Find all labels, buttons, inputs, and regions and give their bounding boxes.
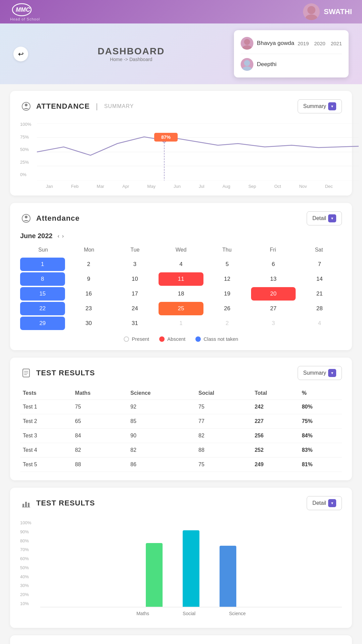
cal-day-26[interactable]: 27 — [251, 302, 296, 315]
bar-x-social: Social — [183, 611, 195, 616]
weekday-sun: Sun — [20, 245, 66, 255]
dropdown-user2-row: Deepthi — [241, 56, 342, 73]
cal-day-31[interactable]: 1 — [159, 317, 203, 330]
cal-day-15[interactable]: 16 — [66, 287, 111, 301]
x-aug: Aug — [223, 184, 230, 189]
attendance-detail-dropdown-label: Detail — [312, 215, 326, 221]
back-button[interactable]: ↩ — [13, 47, 28, 61]
cal-day-17[interactable]: 18 — [159, 287, 203, 301]
test-results-summary-dropdown[interactable]: Summary ▾ — [298, 366, 342, 380]
col-social: Social — [196, 387, 252, 400]
attendance-summary-dropdown[interactable]: Summary ▾ — [298, 99, 342, 113]
cal-day-27[interactable]: 28 — [297, 302, 342, 315]
cal-day-33[interactable]: 3 — [251, 317, 296, 330]
cal-day-4[interactable]: 5 — [205, 258, 250, 271]
cell-2-5: 84% — [299, 429, 342, 443]
attendance-detail-title-text: Attendance — [36, 214, 80, 223]
cal-day-1[interactable]: 2 — [66, 258, 111, 271]
cal-day-7[interactable]: 8 — [20, 272, 65, 286]
bar-y-70: 70% — [20, 547, 31, 552]
svg-point-5 — [242, 45, 252, 50]
bar-social-fill — [183, 530, 199, 607]
cal-day-12[interactable]: 13 — [251, 272, 296, 286]
cell-4-3: 75 — [196, 458, 252, 472]
test-results-detail-dropdown[interactable]: Detail ▾ — [307, 496, 342, 510]
chevron-down-icon: ▾ — [328, 369, 336, 377]
cal-day-2[interactable]: 3 — [112, 258, 157, 271]
x-sep: Sep — [248, 184, 256, 189]
cal-day-16[interactable]: 17 — [112, 287, 157, 301]
cell-3-3: 88 — [196, 443, 252, 458]
cal-day-23[interactable]: 24 — [112, 302, 157, 315]
table-header-row: Tests Maths Science Social Total % — [20, 387, 342, 400]
cell-2-2: 90 — [128, 429, 196, 443]
cal-day-8[interactable]: 9 — [66, 272, 111, 286]
cal-day-32[interactable]: 2 — [205, 317, 250, 330]
legend-absent-dot — [159, 336, 165, 342]
cal-day-3[interactable]: 4 — [159, 258, 203, 271]
attendance-line-chart: 87% — [37, 123, 359, 180]
col-pct: % — [299, 387, 342, 400]
cell-3-0: Test 4 — [20, 443, 72, 458]
calendar-month-title: June 2022 — [20, 232, 53, 240]
chevron-down-icon: ▾ — [328, 102, 336, 110]
svg-point-2 — [307, 6, 315, 14]
test-results-summary-card: TEST RESULTS Summary ▾ Tests Maths Scien… — [10, 358, 352, 480]
cell-4-0: Test 5 — [20, 458, 72, 472]
cal-day-34[interactable]: 4 — [297, 317, 342, 330]
cal-day-18[interactable]: 19 — [205, 287, 250, 301]
svg-point-4 — [244, 39, 250, 45]
cal-day-29[interactable]: 30 — [66, 317, 111, 330]
cal-day-9[interactable]: 10 — [112, 272, 157, 286]
cal-day-24[interactable]: 25 — [159, 302, 203, 315]
legend-no-class-label: Class not taken — [203, 336, 238, 342]
cal-day-25[interactable]: 26 — [205, 302, 250, 315]
cal-day-6[interactable]: 7 — [297, 258, 342, 271]
cal-day-11[interactable]: 12 — [205, 272, 250, 286]
cal-day-20[interactable]: 21 — [297, 287, 342, 301]
calendar-prev-btn[interactable]: ‹ — [58, 233, 59, 239]
x-nov: Nov — [299, 184, 307, 189]
weekday-sat: Sat — [296, 245, 342, 255]
test-results-summary-header: TEST RESULTS Summary ▾ — [20, 366, 342, 380]
calendar-grid: Sun Mon Tue Wed Thu Fri Sat 123456789101… — [20, 245, 342, 330]
test-results-icon — [20, 367, 32, 379]
cal-day-30[interactable]: 31 — [112, 317, 157, 330]
bar-maths-fill — [146, 543, 163, 607]
dashboard-title: DASHBOARD — [98, 46, 165, 57]
year-2021[interactable]: 2021 — [331, 41, 342, 46]
cal-day-10[interactable]: 11 — [159, 272, 203, 286]
user-header: SWATHI — [303, 3, 352, 20]
cal-day-19[interactable]: 20 — [251, 287, 296, 301]
cal-day-28[interactable]: 29 — [20, 317, 65, 330]
cell-4-2: 86 — [128, 458, 196, 472]
bar-x-science: Science — [229, 611, 246, 616]
bar-y-20: 20% — [20, 592, 31, 597]
year-2019[interactable]: 2019 — [298, 41, 309, 46]
calendar-next-btn[interactable]: › — [62, 233, 64, 239]
cell-2-1: 84 — [72, 429, 128, 443]
bar-maths — [146, 543, 163, 607]
chevron-down-icon: ▾ — [328, 499, 336, 507]
svg-point-9 — [25, 104, 27, 106]
cell-4-4: 249 — [252, 458, 299, 472]
attendance-subtitle-text: SUMMARY — [104, 103, 134, 109]
cal-day-22[interactable]: 23 — [66, 302, 111, 315]
svg-text:87%: 87% — [161, 135, 171, 140]
year-2020[interactable]: 2020 — [314, 41, 325, 46]
bar-chart-y-labels: 100% 90% 80% 70% 60% 50% 40% 30% 20% 10% — [20, 520, 31, 606]
dropdown-user2-avatar — [241, 58, 253, 71]
cal-day-21[interactable]: 22 — [20, 302, 65, 315]
test-results-detail-card: TEST RESULTS Detail ▾ 100% 90% 80% 70% 6… — [10, 488, 352, 628]
cell-4-5: 81% — [299, 458, 342, 472]
bar-y-100: 100% — [20, 520, 31, 525]
cal-day-0[interactable]: 1 — [20, 258, 65, 271]
cal-day-14[interactable]: 15 — [20, 287, 65, 301]
weekday-mon: Mon — [66, 245, 112, 255]
x-jun: Jun — [174, 184, 181, 189]
attendance-detail-dropdown[interactable]: Detail ▾ — [307, 211, 342, 225]
cal-day-13[interactable]: 14 — [297, 272, 342, 286]
test-results-table: Tests Maths Science Social Total % Test … — [20, 387, 342, 472]
test-results-detail-title-text: TEST RESULTS — [36, 499, 95, 507]
cal-day-5[interactable]: 6 — [251, 258, 296, 271]
